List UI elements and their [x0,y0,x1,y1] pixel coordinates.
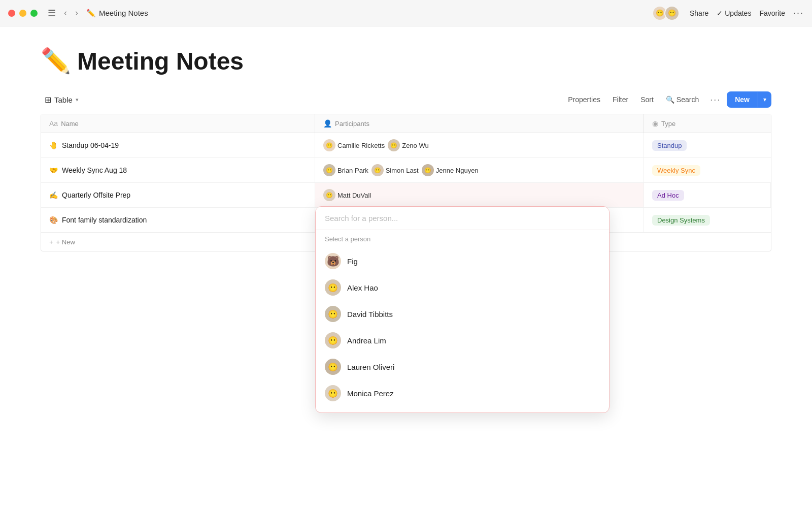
page-title: Meeting Notes [77,47,244,75]
updates-button[interactable]: ✓ Updates [717,9,751,17]
row-emoji: ✍️ [49,191,58,199]
type-icon: ◉ [652,119,658,128]
cell-type: Ad Hoc [644,183,771,207]
window-controls [8,10,38,17]
text-format-icon: Aa [49,119,58,128]
minimize-button[interactable] [19,10,26,17]
table-grid-icon: ⊞ [45,95,51,105]
title-bar: ☰ ‹ › ✏️ Meeting Notes 😶 😶 Share ✓ Updat… [0,0,812,26]
toolbar: ⊞ Table ▾ Properties Filter Sort 🔍 Searc… [41,91,771,114]
select-person-label: Select a person [316,230,609,246]
avatar-group: 😶 😶 [652,6,680,21]
title-bar-right: 😶 😶 Share ✓ Updates Favorite ··· [652,6,804,21]
participant-item: 😶 Brian Park [323,164,368,176]
toolbar-right: Properties Filter Sort 🔍 Search ··· New … [563,91,771,108]
participant-item: 😶 Jenne Nguyen [422,164,479,176]
participants-group: 😶 Brian Park 😶 Simon Last 😶 Jenne Nguyen [323,164,479,176]
chevron-down-icon: ▾ [76,97,79,103]
person-avatar: 🐻 [325,253,341,269]
search-icon: 🔍 [666,96,674,104]
sort-button[interactable]: Sort [635,92,659,107]
table-row: 🤝 Weekly Sync Aug 18 😶 Brian Park 😶 Simo… [41,158,771,183]
row-emoji: 🤝 [49,166,58,174]
hamburger-button[interactable]: ☰ [46,7,58,20]
column-header-participants: 👤 Participants [315,114,644,133]
type-badge: Weekly Sync [652,165,700,176]
cell-name[interactable]: ✍️ Quarterly Offsite Prep [41,183,315,207]
close-button[interactable] [8,10,15,17]
person-item[interactable]: 😶 Monica Perez [316,380,609,406]
plus-icon: + [49,238,53,246]
cell-type: Standup [644,133,771,157]
new-button-dropdown[interactable]: ▾ [758,92,771,107]
share-button[interactable]: Share [690,9,708,17]
cell-participants[interactable]: 😶 Matt DuVall [315,183,644,207]
properties-button[interactable]: Properties [563,92,605,107]
participant-avatar: 😶 [323,139,335,151]
person-name: Andrea Lim [347,336,386,345]
cell-name[interactable]: 🎨 Font family standardization [41,208,315,232]
person-item[interactable]: 😶 Andrea Lim [316,327,609,354]
row-emoji: 🤚 [49,141,58,149]
title-text: Meeting Notes [99,9,148,17]
person-search-input[interactable] [316,207,609,230]
participants-group: 😶 Matt DuVall [323,189,371,201]
participant-item: 😶 Simon Last [371,164,419,176]
new-button[interactable]: New [727,91,758,108]
filter-button[interactable]: Filter [607,92,633,107]
participant-avatar: 😶 [422,164,434,176]
person-avatar: 😶 [325,359,341,375]
person-avatar: 😶 [325,332,341,348]
cell-participants[interactable]: 😶 Camille Ricketts 😶 Zeno Wu [315,133,644,157]
nav-controls: ‹ › [62,7,80,19]
person-item[interactable]: 😶 Alex Hao [316,274,609,301]
back-button[interactable]: ‹ [62,7,69,19]
table-container: Aa Name 👤 Participants ◉ Type 🤚 Standup … [41,114,771,251]
page-title-area: ✏️ Meeting Notes [41,47,771,75]
type-badge: Standup [652,140,687,151]
avatar: 😶 [664,6,680,21]
person-avatar: 😶 [325,306,341,322]
table-row: ✍️ Quarterly Offsite Prep 😶 Matt DuVall … [41,183,771,208]
title-emoji: ✏️ [86,9,96,18]
person-name: Alex Hao [347,283,378,292]
person-item[interactable]: 😶 Lauren Oliveri [316,354,609,380]
main-content: ✏️ Meeting Notes ⊞ Table ▾ Properties Fi… [0,26,812,251]
title-bar-title: ✏️ Meeting Notes [86,9,148,18]
row-emoji: 🎨 [49,216,58,224]
participant-avatar: 😶 [323,189,335,201]
forward-button[interactable]: › [73,7,80,19]
participants-icon: 👤 [323,119,332,128]
favorite-button[interactable]: Favorite [759,9,785,17]
participant-item: 😶 Camille Ricketts [323,139,385,151]
person-select-dropdown: Select a person 🐻 Fig 😶 Alex Hao 😶 David… [315,206,610,413]
cell-participants[interactable]: 😶 Brian Park 😶 Simon Last 😶 Jenne Nguyen [315,158,644,182]
table-row: 🤚 Standup 06-04-19 😶 Camille Ricketts 😶 … [41,133,771,158]
person-name: Lauren Oliveri [347,363,394,371]
participant-item: 😶 Zeno Wu [388,139,429,151]
cell-name[interactable]: 🤝 Weekly Sync Aug 18 [41,158,315,182]
person-avatar: 😶 [325,385,341,401]
search-button[interactable]: 🔍 Search [661,92,704,107]
person-name: Fig [347,257,358,266]
table-header: Aa Name 👤 Participants ◉ Type [41,114,771,133]
cell-name[interactable]: 🤚 Standup 06-04-19 [41,133,315,157]
person-name: Monica Perez [347,389,394,398]
table-view-button[interactable]: ⊞ Table ▾ [41,92,83,108]
page-emoji: ✏️ [41,47,71,75]
toolbar-more-button[interactable]: ··· [706,92,725,107]
column-header-name: Aa Name [41,114,315,133]
more-options-button[interactable]: ··· [793,8,804,18]
type-badge: Ad Hoc [652,190,684,201]
column-header-type: ◉ Type [644,114,771,133]
type-badge: Design Systems [652,215,710,226]
new-button-group: New ▾ [727,91,771,108]
person-avatar: 😶 [325,279,341,296]
participant-avatar: 😶 [323,164,335,176]
cell-type: Weekly Sync [644,158,771,182]
maximize-button[interactable] [30,10,38,17]
person-item[interactable]: 🐻 Fig [316,248,609,274]
person-item[interactable]: 😶 David Tibbitts [316,301,609,327]
participant-avatar: 😶 [371,164,384,176]
person-list: 🐻 Fig 😶 Alex Hao 😶 David Tibbitts 😶 Andr… [316,246,609,412]
